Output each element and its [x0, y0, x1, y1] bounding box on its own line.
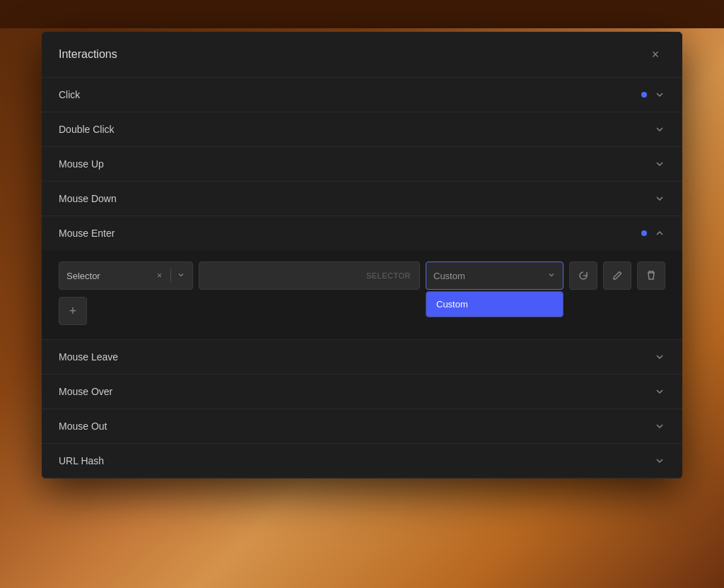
- interaction-mouse-up-header[interactable]: Mouse Up: [42, 147, 682, 181]
- chevron-down-svg-7: [654, 421, 665, 432]
- edit-icon: [612, 270, 623, 281]
- mouse-over-chevron-down-icon: [654, 386, 665, 397]
- selector-divider: [170, 269, 171, 283]
- interaction-mouse-over: Mouse Over: [42, 375, 682, 409]
- close-button[interactable]: ×: [646, 45, 665, 64]
- interaction-mouse-up-label: Mouse Up: [59, 158, 104, 170]
- custom-dropdown-value: Custom: [433, 271, 542, 281]
- add-icon: +: [69, 304, 77, 319]
- interaction-mouse-over-label: Mouse Over: [59, 386, 112, 397]
- mouse-leave-chevron-down-icon: [654, 351, 665, 363]
- interaction-mouse-enter-right: [641, 228, 665, 239]
- interaction-mouse-enter: Mouse Enter: [42, 216, 682, 340]
- chevron-up-svg: [654, 228, 665, 239]
- interaction-mouse-out: Mouse Out: [42, 409, 682, 444]
- selector-pill[interactable]: Selector ×: [59, 261, 193, 290]
- url-hash-chevron-down-icon: [654, 455, 665, 466]
- interaction-mouse-leave: Mouse Leave: [42, 340, 682, 375]
- click-indicator: [641, 92, 647, 98]
- dropdown-item-custom[interactable]: Custom: [426, 292, 563, 317]
- modal-title: Interactions: [59, 48, 117, 61]
- interaction-mouse-leave-right: [654, 351, 665, 363]
- selector-chevron-down-svg: [177, 271, 185, 279]
- interaction-click: Click: [42, 78, 682, 112]
- interaction-url-hash-header[interactable]: URL Hash: [42, 444, 682, 478]
- mouse-up-chevron-down-icon: [654, 158, 665, 170]
- chevron-down-svg-2: [654, 124, 665, 135]
- chevron-down-svg-8: [654, 455, 665, 466]
- interaction-url-hash-label: URL Hash: [59, 455, 104, 466]
- custom-dropdown[interactable]: Custom: [426, 261, 564, 290]
- chevron-down-svg-6: [654, 386, 665, 397]
- chevron-down-svg: [654, 89, 665, 100]
- chevron-down-svg-3: [654, 158, 665, 170]
- interaction-mouse-down-header[interactable]: Mouse Down: [42, 182, 682, 216]
- interaction-mouse-out-label: Mouse Out: [59, 421, 107, 432]
- custom-dropdown-menu: Custom: [426, 291, 564, 317]
- interaction-mouse-leave-header[interactable]: Mouse Leave: [42, 340, 682, 374]
- modal-body: Click Double Click: [42, 78, 682, 478]
- selector-pill-label: Selector: [66, 271, 148, 281]
- history-button[interactable]: [569, 261, 597, 290]
- interaction-mouse-leave-label: Mouse Leave: [59, 351, 118, 363]
- history-icon: [578, 270, 589, 281]
- delete-button[interactable]: [637, 261, 665, 290]
- interaction-mouse-up-right: [654, 158, 665, 170]
- mouse-enter-content: Selector × SELECTOR: [42, 250, 682, 339]
- interaction-mouse-enter-label: Mouse Enter: [59, 228, 115, 239]
- mouse-enter-chevron-up-icon: [654, 228, 665, 239]
- interaction-mouse-down-right: [654, 193, 665, 204]
- click-chevron-down-icon: [654, 89, 665, 100]
- mouse-enter-indicator: [641, 230, 647, 236]
- edit-button[interactable]: [603, 261, 631, 290]
- mouse-out-chevron-down-icon: [654, 421, 665, 432]
- double-click-chevron-down-icon: [654, 124, 665, 135]
- add-button[interactable]: +: [59, 297, 87, 325]
- interaction-url-hash-right: [654, 455, 665, 466]
- trash-icon: [646, 270, 657, 281]
- interaction-double-click: Double Click: [42, 112, 682, 147]
- selector-row: Selector × SELECTOR: [59, 261, 665, 290]
- selector-dropdown-arrow-icon[interactable]: [177, 271, 185, 281]
- interaction-mouse-up: Mouse Up: [42, 147, 682, 182]
- custom-chevron-down-svg: [547, 271, 556, 279]
- interaction-mouse-over-right: [654, 386, 665, 397]
- interaction-mouse-down: Mouse Down: [42, 182, 682, 216]
- custom-dropdown-container: Custom Custom: [426, 261, 564, 290]
- modal-header: Interactions ×: [42, 32, 682, 78]
- interaction-double-click-label: Double Click: [59, 124, 115, 135]
- interaction-double-click-header[interactable]: Double Click: [42, 112, 682, 146]
- add-button-row: +: [59, 297, 665, 325]
- selector-field-label: SELECTOR: [366, 271, 411, 280]
- chevron-down-svg-5: [654, 351, 665, 363]
- mouse-down-chevron-down-icon: [654, 193, 665, 204]
- interaction-mouse-out-header[interactable]: Mouse Out: [42, 409, 682, 443]
- interactions-modal: Interactions × Click: [42, 32, 682, 478]
- interaction-mouse-down-label: Mouse Down: [59, 193, 117, 204]
- interaction-click-right: [641, 89, 665, 100]
- selector-clear-button[interactable]: ×: [154, 269, 165, 282]
- interaction-mouse-out-right: [654, 421, 665, 432]
- custom-dropdown-arrow-icon: [547, 271, 556, 281]
- interaction-mouse-enter-header[interactable]: Mouse Enter: [42, 216, 682, 250]
- interaction-double-click-right: [654, 124, 665, 135]
- interaction-mouse-over-header[interactable]: Mouse Over: [42, 375, 682, 408]
- interaction-click-label: Click: [59, 89, 80, 100]
- interaction-url-hash: URL Hash: [42, 444, 682, 478]
- selector-field[interactable]: SELECTOR: [199, 261, 420, 290]
- chevron-down-svg-4: [654, 193, 665, 204]
- interaction-click-header[interactable]: Click: [42, 78, 682, 112]
